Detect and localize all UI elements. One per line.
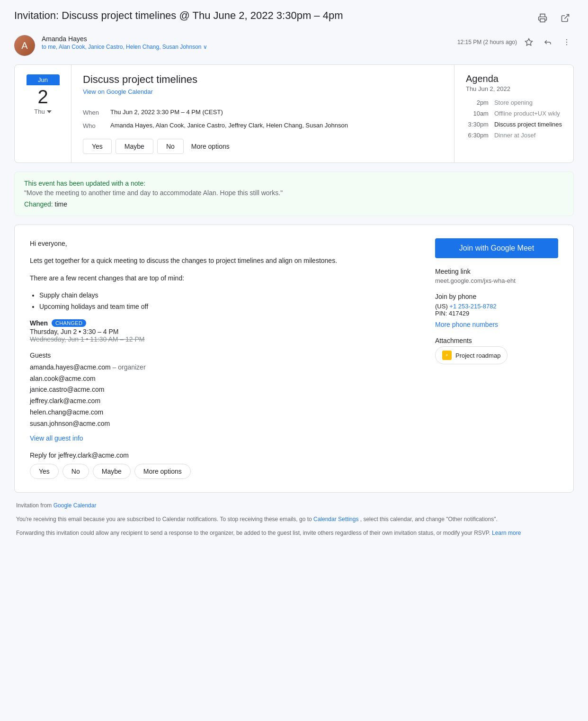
invitation-from-label: Invitation from [16,502,52,509]
reply-more-options-button[interactable]: More options [134,464,191,479]
who-label: Who [83,122,105,129]
footer-invitation-line: Invitation from Google Calendar [16,501,572,510]
google-calendar-link[interactable]: Google Calendar [53,502,97,509]
reply-yes-button[interactable]: Yes [30,464,59,479]
body-right: Join with Google Meet Meeting link meet.… [435,238,558,479]
rsvp-row: Yes Maybe No More options [83,139,443,154]
meeting-link-section: Meeting link meet.google.com/jxs-wha-eht [435,268,558,284]
calendar-settings-link[interactable]: Calendar Settings [313,516,358,523]
sender-info: Amanda Hayes to me, Alan Cook, Janice Ca… [42,35,451,50]
more-actions-button[interactable] [560,35,574,49]
avatar-image: A [14,35,35,56]
star-button[interactable] [522,35,536,49]
reply-buttons: Yes No Maybe More options [30,464,416,479]
svg-point-3 [566,39,567,40]
body-left: Hi everyone, Lets get together for a qui… [30,238,416,479]
when-row: When Thu Jun 2, 2022 3:30 PM – 4 PM (CES… [83,108,443,116]
greeting: Hi everyone, [30,238,416,249]
rsvp-no-button[interactable]: No [157,139,184,154]
attachment-icon: P [442,351,452,360]
more-phone-numbers-link[interactable]: More phone numbers [435,321,558,328]
attachments-title: Attachments [435,337,558,344]
calendar-dow-text: Thu [34,108,45,115]
agenda-item-3: 3:30pm Discuss project timelines [466,121,562,128]
agenda-time-3: 3:30pm [466,121,489,128]
svg-marker-2 [526,39,533,45]
paragraph2: There are a few recent changes that are … [30,273,416,283]
email-body-card: Hi everyone, Lets get together for a qui… [14,225,574,493]
join-google-meet-button[interactable]: Join with Google Meet [435,238,558,258]
guests-section: Guests amanda.hayes@acme.com – organizer… [30,351,416,442]
reply-section: Reply for jeffrey.clark@acme.com Yes No … [30,451,416,479]
changed-badge: CHANGED [52,319,86,327]
agenda-time-2: 10am [466,110,489,117]
meeting-link-title: Meeting link [435,268,558,275]
who-value: Amanda Hayes, Alan Cook, Janice Castro, … [110,122,348,129]
agenda-event-1: Store opening [494,99,533,106]
paragraph1: Lets get together for a quick meeting to… [30,255,416,266]
footer-desc-2: , select this calendar, and change "Othe… [360,516,498,523]
bullet-item-2: Upcoming holidays and team time off [39,301,416,313]
update-notice-title: This event has been updated with a note: [24,180,564,187]
email-title: Invitation: Discuss project timelines @ … [14,9,525,22]
phone-pin: PIN: 417429 [435,310,558,317]
bullet-item-1: Supply chain delays [39,290,416,301]
calendar-day: 2 [37,87,48,106]
guest-email-1: amanda.hayes@acme.com – organizer [30,362,416,373]
bullet-list: Supply chain delays Upcoming holidays an… [39,290,416,313]
guest-address-1: amanda.hayes@acme.com [30,363,111,371]
agenda-item-1: 2pm Store opening [466,99,562,106]
print-button[interactable] [534,9,551,27]
phone-number[interactable]: +1 253-215-8782 [449,303,496,310]
email-timestamp: 12:15 PM (2 hours ago) [457,39,517,45]
email-header: Invitation: Discuss project timelines @ … [14,9,574,27]
forward-notice-text: Forwarding this invitation could allow a… [16,530,490,536]
guest-email-3: janice.castro@acme.com [30,384,416,396]
expand-recipients-icon[interactable]: ∨ [203,44,207,50]
agenda-date: Thu Jun 2, 2022 [466,85,562,92]
rsvp-yes-button[interactable]: Yes [83,139,112,154]
header-icons [534,9,574,27]
learn-more-link[interactable]: Learn more [492,530,521,536]
invite-card: Jun 2 Thu Discuss project timelines View… [14,64,574,163]
attachment-button[interactable]: P Project roadmap [435,346,508,364]
sender-name: Amanda Hayes [42,35,451,43]
guest-email-5: helen.chang@acme.com [30,407,416,418]
guest-email-2: alan.cook@acme.com [30,373,416,385]
reply-maybe-button[interactable]: Maybe [93,464,131,479]
reply-button[interactable] [541,35,555,49]
rsvp-maybe-button[interactable]: Maybe [116,139,153,154]
agenda-panel: Agenda Thu Jun 2, 2022 2pm Store opening… [454,65,573,162]
invite-details: Discuss project timelines View on Google… [71,65,454,162]
update-notice: This event has been updated with a note:… [14,171,574,216]
svg-point-5 [566,44,567,45]
when-new-time: Thursday, Jun 2 • 3:30 – 4 PM [30,328,416,335]
calendar-dow: Thu [34,108,51,115]
when-section-label: When CHANGED [30,319,416,327]
agenda-item-4: 6:30pm Dinner at Josef [466,132,562,139]
guests-title: Guests [30,351,416,359]
sender-row: A Amanda Hayes to me, Alan Cook, Janice … [14,35,574,56]
when-section: When CHANGED Thursday, Jun 2 • 3:30 – 4 … [30,319,416,343]
avatar: A [14,35,35,56]
footer-desc-1: You're receiving this email because you … [16,516,312,523]
reply-no-button[interactable]: No [62,464,89,479]
meeting-link-url: meet.google.com/jxs-wha-eht [435,277,558,284]
rsvp-more-options[interactable]: More options [187,139,233,153]
when-old-time: Wednesday, Jun 1 • 11:30 AM – 12 PM [30,335,416,343]
update-notice-changed: Changed: time [24,200,564,208]
view-calendar-link[interactable]: View on Google Calendar [83,88,153,95]
attachments-section: Attachments P Project roadmap [435,337,558,364]
sender-to-text: to me, Alan Cook, Janice Castro, Helen C… [42,44,202,50]
agenda-event-2: Offline product+UX wkly [494,110,560,117]
update-notice-quote: "Move the meeting to another time and da… [24,189,564,197]
view-all-guests-link[interactable]: View all guest info [30,434,83,442]
agenda-item-2: 10am Offline product+UX wkly [466,110,562,117]
reply-prefix: Reply [30,451,47,459]
svg-point-4 [566,42,567,43]
footer-forward-notice: Forwarding this invitation could allow a… [16,529,572,538]
join-phone-section: Join by phone (US) +1 253-215-8782 PIN: … [435,293,558,328]
external-link-button[interactable] [557,9,574,27]
calendar-date-box: Jun 2 Thu [15,65,71,162]
agenda-event-3: Discuss project timelines [494,121,562,128]
